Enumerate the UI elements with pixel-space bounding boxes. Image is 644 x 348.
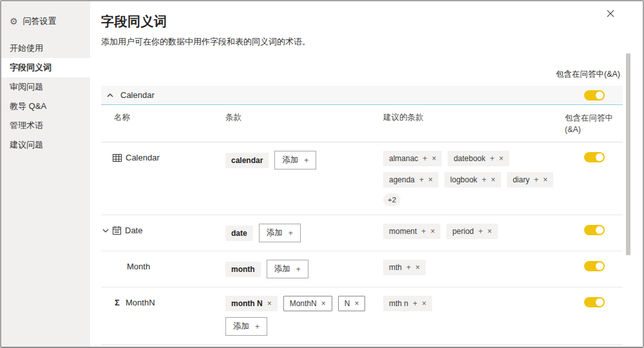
suggested-line: agenda+×logbook+×diary+×: [383, 172, 565, 188]
term-tag[interactable]: MonthN×: [283, 296, 332, 311]
row-terms-cell: date添加+: [225, 224, 383, 242]
terms-line: calendar添加+: [225, 151, 383, 169]
section-title: Calendar: [120, 90, 155, 100]
add-term-icon[interactable]: +: [478, 227, 483, 235]
suggested-term-tag[interactable]: agenda+×: [383, 172, 439, 188]
remove-term-icon[interactable]: ×: [431, 155, 436, 162]
vertical-scrollbar[interactable]: [626, 53, 630, 255]
suggested-term-tag[interactable]: period+×: [446, 224, 497, 239]
toggle-knob: [596, 262, 603, 270]
sidebar-item-1[interactable]: 字段同义词: [1, 58, 90, 77]
synonyms-table: 包含在问答中(&A) Calendar 名称 条款 建议的条款 包含在问答中 (…: [101, 69, 623, 348]
chevron-up-icon[interactable]: [107, 93, 113, 97]
table-header-row: 名称 条款 建议的条款 包含在问答中 (&A): [101, 105, 623, 142]
row-include-toggle[interactable]: [584, 152, 605, 162]
remove-term-icon[interactable]: ×: [430, 227, 435, 235]
suggested-line: moment+×period+×: [383, 224, 565, 239]
remove-term-icon[interactable]: ×: [491, 176, 495, 184]
add-term-button[interactable]: 添加+: [259, 224, 301, 242]
sigma-icon: Σ: [113, 298, 122, 307]
add-term-button[interactable]: 添加+: [274, 151, 316, 169]
add-term-icon[interactable]: +: [421, 227, 426, 235]
section-include-toggle[interactable]: [584, 90, 605, 101]
more-terms-pill[interactable]: +2: [383, 193, 401, 206]
sidebar-items: 开始使用字段同义词审阅问题教导 Q&A管理术语建议问题: [1, 39, 90, 155]
table-grid-icon: [113, 154, 122, 162]
table-body: Calendarcalendar添加+almanac+×datebook+×ag…: [101, 142, 623, 348]
row-suggested-cell: almanac+×datebook+×agenda+×logbook+×diar…: [383, 151, 565, 206]
row-toggle-cell: [565, 296, 623, 310]
term-tag[interactable]: month: [225, 262, 261, 277]
row-include-toggle[interactable]: [584, 297, 605, 307]
tag-label: period: [452, 227, 473, 236]
add-term-icon[interactable]: +: [534, 176, 538, 184]
add-term-icon[interactable]: +: [419, 176, 424, 184]
remove-term-icon[interactable]: ×: [428, 176, 433, 184]
add-term-icon[interactable]: +: [422, 155, 427, 162]
toggle-knob: [596, 153, 603, 161]
tag-label: moment: [389, 227, 417, 236]
term-tag[interactable]: N×: [338, 296, 366, 311]
terms-line: date添加+: [225, 224, 383, 242]
toggle-knob: [596, 226, 603, 234]
term-tag[interactable]: month N×: [225, 296, 278, 311]
terms-line: month N×MonthN×N×: [225, 296, 383, 311]
suggested-term-tag[interactable]: logbook+×: [444, 172, 501, 188]
remove-term-icon[interactable]: ×: [321, 300, 326, 307]
table-row: Yearyear添加+yr+×: [101, 345, 623, 348]
remove-term-icon[interactable]: ×: [499, 155, 504, 162]
term-tag[interactable]: date: [225, 226, 253, 241]
close-button[interactable]: [605, 8, 616, 19]
row-name-cell: Calendar: [101, 151, 225, 162]
sidebar-item-5[interactable]: 建议问题: [1, 135, 90, 155]
add-term-icon[interactable]: +: [406, 264, 411, 271]
remove-term-icon[interactable]: ×: [354, 300, 359, 307]
remove-term-icon[interactable]: ×: [422, 300, 426, 307]
suggested-term-tag[interactable]: datebook+×: [448, 151, 509, 166]
add-term-icon[interactable]: +: [413, 300, 417, 307]
row-include-toggle[interactable]: [584, 225, 605, 235]
remove-term-icon[interactable]: ×: [267, 300, 272, 307]
suggested-term-tag[interactable]: almanac+×: [383, 151, 442, 166]
add-term-icon[interactable]: +: [482, 176, 486, 184]
section-header-calendar[interactable]: Calendar: [101, 86, 623, 105]
add-button-label: 添加: [267, 227, 283, 238]
terms-line: 添加+: [225, 317, 383, 336]
include-in-qna-label: 包含在问答中(&A): [101, 69, 623, 80]
row-toggle-cell: [565, 260, 623, 274]
row-include-toggle[interactable]: [584, 261, 605, 271]
calendar-icon: [113, 226, 121, 235]
row-suggested-cell: moment+×period+×: [383, 224, 565, 239]
suggested-term-tag[interactable]: mth+×: [383, 260, 426, 275]
remove-term-icon[interactable]: ×: [543, 176, 547, 184]
row-name-label: Month: [127, 262, 150, 271]
sidebar-item-4[interactable]: 管理术语: [1, 116, 90, 135]
sidebar-item-3[interactable]: 教导 Q&A: [1, 97, 90, 116]
column-header-include-line1: 包含在问答中: [565, 112, 623, 124]
suggested-term-tag[interactable]: diary+×: [507, 172, 553, 188]
tag-label: mth n: [389, 299, 408, 308]
remove-term-icon[interactable]: ×: [415, 264, 420, 271]
row-name-cell: Month: [101, 260, 225, 271]
table-row: Monthmonth添加+mth+×: [101, 251, 623, 287]
sidebar-item-0[interactable]: 开始使用: [1, 39, 90, 58]
sidebar-item-2[interactable]: 审阅问题: [1, 77, 90, 97]
close-icon: [607, 10, 614, 17]
add-term-button[interactable]: 添加+: [225, 317, 267, 336]
row-toggle-cell: [565, 224, 623, 238]
gear-icon: ⚙: [10, 17, 18, 26]
sidebar-title: 问答设置: [23, 15, 57, 27]
term-tag[interactable]: calendar: [225, 153, 269, 168]
tag-label: mth: [389, 263, 402, 272]
add-button-label: 添加: [282, 155, 298, 166]
chevron-down-icon: [102, 229, 109, 233]
row-terms-cell: calendar添加+: [225, 151, 383, 169]
tag-label: datebook: [453, 154, 485, 163]
suggested-term-tag[interactable]: moment+×: [383, 224, 440, 239]
suggested-term-tag[interactable]: mth n+×: [383, 296, 432, 311]
column-header-name: 名称: [101, 112, 225, 135]
column-header-include-line2: (&A): [565, 124, 623, 135]
add-term-button[interactable]: 添加+: [267, 260, 308, 278]
remove-term-icon[interactable]: ×: [488, 227, 492, 235]
add-term-icon[interactable]: +: [490, 155, 495, 162]
